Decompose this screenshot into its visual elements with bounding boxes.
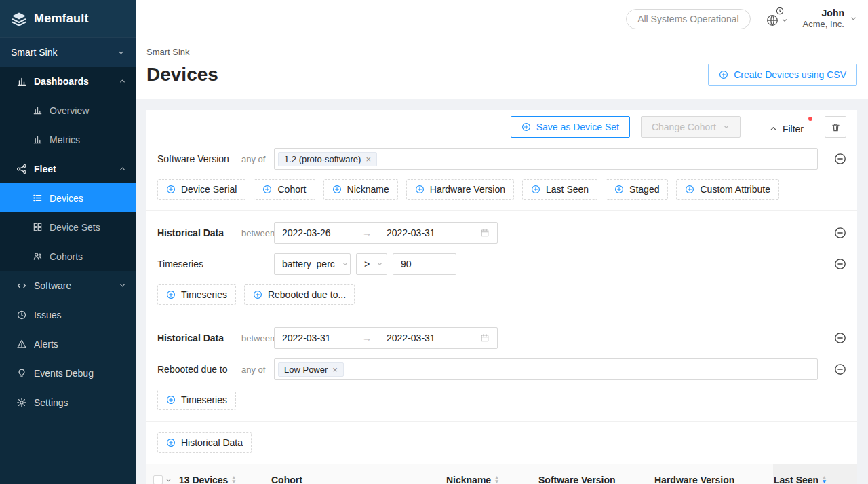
add-attribute-row: Device Serial Cohort Nickname Hardware V… bbox=[157, 179, 846, 200]
add-nickname-button[interactable]: Nickname bbox=[323, 179, 398, 200]
filter-row-historical-1: Historical Data between 2022-03-26 → 202… bbox=[157, 222, 846, 244]
devices-table-header: 13 Devices ▴▾ Cohort Nickname ▴▾ Softwar… bbox=[146, 464, 857, 484]
add-timeseries-button[interactable]: Timeseries bbox=[157, 390, 236, 410]
sidebar-item-software[interactable]: Software bbox=[0, 271, 136, 300]
filter-active-dot bbox=[808, 117, 812, 121]
sidebar-item-fleet[interactable]: Fleet bbox=[0, 154, 136, 183]
add-group1-row: Timeseries Rebooted due to... bbox=[157, 284, 846, 305]
date-start[interactable]: 2022-03-26 bbox=[282, 227, 362, 238]
add-custom-attribute-button[interactable]: Custom Attribute bbox=[676, 179, 779, 200]
calendar-icon[interactable] bbox=[480, 333, 490, 343]
filter-label: Software Version bbox=[157, 153, 241, 164]
software-version-input[interactable]: 1.2 (proto-software) × bbox=[274, 148, 818, 170]
plus-circle-icon bbox=[253, 290, 262, 299]
date-end[interactable]: 2022-03-31 bbox=[387, 227, 480, 238]
add-hardware-version-button[interactable]: Hardware Version bbox=[406, 179, 514, 200]
column-header-nickname[interactable]: Nickname ▴▾ bbox=[446, 464, 538, 484]
code-icon bbox=[16, 280, 27, 291]
sidebar-item-events-debug[interactable]: Events Debug bbox=[0, 358, 136, 388]
chevron-up-icon bbox=[770, 125, 777, 132]
remove-filter-button[interactable] bbox=[834, 363, 846, 375]
system-status-pill[interactable]: All Systems Operational bbox=[626, 9, 750, 29]
globe-icon bbox=[766, 14, 779, 27]
timeseries-value-input[interactable] bbox=[393, 253, 456, 275]
change-cohort-button[interactable]: Change Cohort bbox=[641, 116, 741, 138]
sidebar-item-cohorts[interactable]: Cohorts bbox=[0, 242, 136, 271]
date-start[interactable]: 2022-03-31 bbox=[282, 333, 362, 343]
sidebar-item-dashboards[interactable]: Dashboards bbox=[0, 67, 136, 96]
select-all-checkbox[interactable] bbox=[153, 475, 163, 484]
column-header-devices[interactable]: 13 Devices ▴▾ bbox=[179, 464, 271, 484]
filter-row-rebooted: Rebooted due to any of Low Power × bbox=[157, 358, 846, 380]
bulb-icon bbox=[16, 368, 27, 379]
column-header-cohort[interactable]: Cohort bbox=[271, 464, 446, 484]
sidebar-item-settings[interactable]: Settings bbox=[0, 388, 136, 417]
add-last-seen-button[interactable]: Last Seen bbox=[522, 179, 597, 200]
bar-chart-icon bbox=[33, 105, 43, 115]
remove-tag-icon[interactable]: × bbox=[366, 155, 371, 164]
sidebar-item-metrics[interactable]: Metrics bbox=[0, 125, 136, 154]
sidebar-item-device-sets[interactable]: Device Sets bbox=[0, 212, 136, 242]
filter-label: Historical Data bbox=[157, 227, 241, 238]
breadcrumb[interactable]: Smart Sink bbox=[146, 47, 190, 57]
project-selector[interactable]: Smart Sink bbox=[0, 37, 136, 67]
calendar-icon[interactable] bbox=[480, 228, 490, 238]
filter-row-timeseries-1: Timeseries battery_perc > bbox=[157, 253, 846, 275]
remove-tag-icon[interactable]: × bbox=[332, 365, 338, 374]
user-menu[interactable]: John Acme, Inc. bbox=[803, 7, 857, 31]
add-historical-data-button[interactable]: Historical Data bbox=[157, 432, 252, 453]
filter-qualifier: between bbox=[241, 333, 274, 343]
add-timeseries-button[interactable]: Timeseries bbox=[157, 284, 236, 305]
add-rebooted-due-to-button[interactable]: Rebooted due to... bbox=[244, 284, 355, 305]
create-devices-csv-button[interactable]: Create Devices using CSV bbox=[708, 64, 857, 86]
plus-circle-icon bbox=[415, 185, 425, 194]
filter-qualifier: any of bbox=[241, 154, 274, 164]
chevron-down-icon bbox=[781, 17, 788, 24]
trash-icon bbox=[831, 122, 841, 132]
select-all-cell bbox=[146, 464, 179, 484]
remove-filter-button[interactable] bbox=[834, 227, 846, 239]
add-staged-button[interactable]: Staged bbox=[606, 179, 668, 200]
card-toolbar: Save as Device Set Change Cohort Filter bbox=[146, 110, 857, 144]
brand[interactable]: Memfault bbox=[0, 0, 136, 37]
content-area: Save as Device Set Change Cohort Filter bbox=[136, 99, 868, 484]
add-device-serial-button[interactable]: Device Serial bbox=[157, 179, 245, 200]
date-range-picker[interactable]: 2022-03-26 → 2022-03-31 bbox=[274, 222, 498, 244]
clear-filters-button[interactable] bbox=[825, 116, 846, 138]
main: All Systems Operational John Acme, Inc. … bbox=[136, 0, 868, 484]
sidebar-item-overview[interactable]: Overview bbox=[0, 96, 136, 125]
remove-filter-button[interactable] bbox=[834, 258, 846, 270]
chevron-up-icon bbox=[119, 165, 126, 172]
warning-icon bbox=[16, 339, 27, 350]
bar-chart-icon bbox=[33, 134, 43, 145]
memfault-logo-icon bbox=[11, 12, 27, 26]
timeseries-operator-select[interactable]: > bbox=[356, 253, 387, 275]
chevron-down-icon[interactable] bbox=[165, 477, 172, 483]
timeseries-metric-select[interactable]: battery_perc bbox=[274, 253, 351, 275]
rebooted-reason-input[interactable]: Low Power × bbox=[274, 358, 818, 380]
locale-menu[interactable] bbox=[766, 11, 788, 27]
add-group2-row: Timeseries bbox=[157, 390, 846, 410]
sidebar-item-alerts[interactable]: Alerts bbox=[0, 329, 136, 358]
plus-circle-icon bbox=[332, 185, 342, 194]
date-range-picker[interactable]: 2022-03-31 → 2022-03-31 bbox=[274, 327, 498, 349]
plus-circle-icon bbox=[521, 122, 531, 132]
project-name: Smart Sink bbox=[11, 47, 57, 58]
save-device-set-button[interactable]: Save as Device Set bbox=[511, 116, 630, 138]
column-header-last-seen[interactable]: Last Seen ▴▾ bbox=[773, 464, 857, 484]
list-icon bbox=[33, 193, 43, 203]
plus-circle-icon bbox=[262, 185, 272, 194]
app: Memfault Smart Sink Dashboards Overview bbox=[0, 0, 868, 484]
bar-chart-icon bbox=[16, 76, 27, 87]
remove-filter-button[interactable] bbox=[834, 153, 846, 165]
sidebar-item-devices[interactable]: Devices bbox=[0, 183, 136, 212]
column-header-software-version[interactable]: Software Version bbox=[538, 464, 654, 484]
sidebar-item-issues[interactable]: Issues bbox=[0, 300, 136, 329]
chevron-down-icon bbox=[850, 15, 857, 22]
date-end[interactable]: 2022-03-31 bbox=[387, 333, 480, 343]
sidebar: Memfault Smart Sink Dashboards Overview bbox=[0, 0, 136, 484]
column-header-hardware-version[interactable]: Hardware Version bbox=[654, 464, 773, 484]
remove-filter-button[interactable] bbox=[834, 332, 846, 344]
add-cohort-button[interactable]: Cohort bbox=[254, 179, 315, 200]
filter-toggle-tab[interactable]: Filter bbox=[757, 113, 816, 144]
